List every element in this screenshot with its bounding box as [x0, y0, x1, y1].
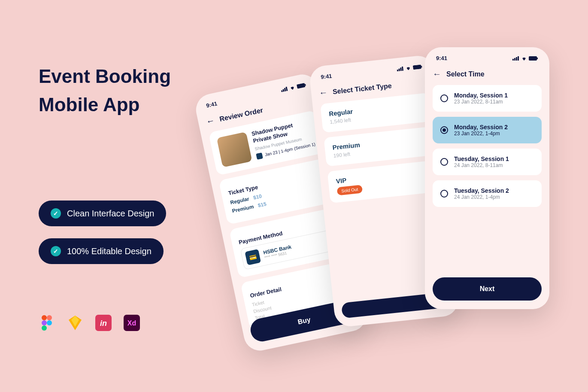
tool-icons-row: in Xd	[39, 315, 210, 331]
feature-pill: ✓ 100% Editable Design	[39, 238, 164, 264]
svg-text:Xd: Xd	[127, 319, 136, 327]
status-icons	[512, 56, 538, 61]
time-option[interactable]: Tuesday, Session 2 24 Jan 2022, 1-4pm	[433, 180, 542, 207]
back-icon[interactable]: ←	[318, 88, 328, 98]
wifi-icon	[521, 56, 527, 61]
feature-pill: ✓ Clean Interface Design	[39, 201, 166, 226]
time-option[interactable]: Tuesday, Session 1 24 Jan 2022, 8-11am	[433, 149, 542, 175]
svg-text:in: in	[100, 319, 107, 328]
svg-point-4	[42, 325, 47, 331]
signal-icon	[512, 56, 519, 61]
detail-label: Ticket	[252, 300, 265, 307]
ticket-name: VIP	[336, 168, 430, 185]
headline-line2: Mobile App	[39, 91, 210, 119]
svg-rect-9	[281, 90, 283, 92]
headline-line1: Event Booking	[39, 62, 210, 91]
feature-text: Clean Interface Design	[67, 209, 154, 219]
feature-text: 100% Editable Design	[67, 246, 152, 256]
radio-icon	[440, 190, 448, 198]
svg-rect-10	[282, 89, 284, 91]
session-title: Tuesday, Session 2	[454, 187, 509, 194]
invision-icon: in	[95, 315, 112, 331]
svg-rect-20	[421, 66, 422, 67]
check-icon: ✓	[51, 246, 61, 256]
session-datetime: 24 Jan 2022, 8-11am	[454, 162, 509, 168]
back-icon[interactable]: ←	[205, 115, 215, 127]
status-time: 9:41	[436, 55, 447, 61]
svg-rect-24	[518, 56, 519, 61]
signal-icon	[281, 86, 288, 92]
status-time: 9:41	[206, 100, 218, 109]
session-datetime: 23 Jan 2022, 8-11am	[454, 99, 508, 105]
session-title: Monday, Session 2	[454, 124, 508, 131]
next-button[interactable]: Next	[433, 277, 542, 301]
ticket-label: Premium	[231, 204, 254, 214]
battery-icon	[413, 64, 423, 70]
time-option-selected[interactable]: Monday, Session 2 23 Jan 2022, 1-4pm	[433, 117, 542, 143]
svg-rect-13	[297, 83, 306, 89]
svg-rect-18	[402, 66, 403, 70]
radio-icon	[440, 94, 448, 102]
svg-point-0	[42, 315, 47, 320]
session-datetime: 23 Jan 2022, 1-4pm	[454, 131, 508, 137]
svg-point-1	[47, 315, 52, 320]
xd-icon: Xd	[124, 315, 140, 331]
screen-title: Select Time	[446, 70, 485, 78]
wifi-icon	[289, 85, 296, 90]
time-option[interactable]: Monday, Session 1 23 Jan 2022, 8-11am	[433, 85, 542, 112]
back-icon[interactable]: ←	[433, 69, 441, 79]
radio-icon-selected	[440, 126, 448, 134]
sold-out-badge: Sold Out	[337, 185, 363, 195]
svg-point-3	[47, 320, 52, 325]
svg-rect-11	[284, 88, 286, 91]
svg-point-2	[42, 320, 47, 325]
session-datetime: 24 Jan 2022, 1-4pm	[454, 194, 509, 200]
wifi-icon	[405, 65, 412, 70]
sketch-icon	[67, 315, 83, 331]
ticket-label: Regular	[230, 196, 250, 206]
svg-rect-25	[529, 56, 537, 61]
status-icons	[281, 82, 307, 92]
battery-icon	[529, 56, 538, 61]
figma-icon	[39, 315, 55, 331]
card-icon: 💳	[245, 249, 261, 265]
svg-rect-19	[413, 64, 421, 70]
svg-rect-23	[516, 57, 517, 61]
session-title: Monday, Session 1	[454, 92, 508, 99]
svg-rect-17	[400, 67, 402, 71]
radio-icon	[440, 158, 448, 166]
svg-rect-21	[512, 59, 514, 61]
svg-rect-15	[397, 70, 398, 71]
calendar-icon	[256, 152, 263, 160]
battery-icon	[297, 82, 307, 88]
svg-rect-12	[285, 86, 288, 91]
svg-rect-16	[398, 68, 400, 71]
ticket-price: $15	[257, 201, 267, 209]
svg-rect-22	[514, 58, 515, 61]
ticket-price: $10	[253, 193, 263, 201]
svg-rect-26	[537, 58, 538, 59]
ticket-option-vip[interactable]: VIP Sold Out	[327, 160, 439, 203]
status-icons	[397, 64, 423, 71]
session-title: Tuesday, Session 1	[454, 155, 509, 162]
page-headline: Event Booking Mobile App	[39, 62, 210, 119]
signal-icon	[397, 66, 404, 71]
ticket-option-premium[interactable]: Premium 190 left	[324, 126, 435, 166]
event-thumbnail	[217, 132, 252, 167]
phone-select-time: 9:41 ← Select Time Monday, Session 1 23 …	[425, 47, 549, 309]
screen-title: Select Ticket Type	[332, 82, 392, 95]
status-time: 9:41	[321, 73, 332, 80]
check-icon: ✓	[51, 208, 61, 219]
